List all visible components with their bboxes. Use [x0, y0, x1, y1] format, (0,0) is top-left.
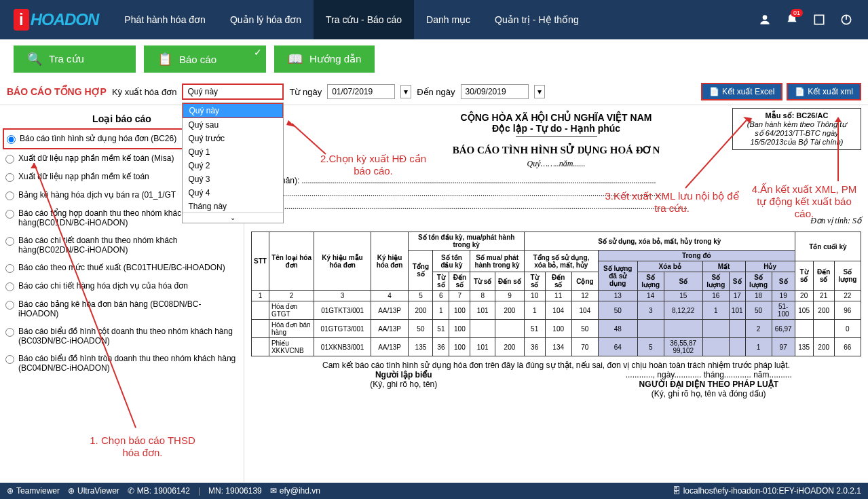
th-tc-den: Đến số [813, 261, 834, 291]
radio-bc08[interactable] [5, 301, 14, 310]
th-tsd-tu: Từ số [524, 272, 545, 291]
notification-badge: 01 [791, 9, 803, 17]
sub-toolbar: 🔍Tra cứu 📋Báo cáo 📖Hướng dẫn [0, 39, 868, 79]
dropdown-item-quy-nay[interactable]: Quý này [183, 103, 283, 118]
th-stt: STT [252, 232, 269, 291]
divider [516, 136, 597, 137]
settings-icon[interactable] [811, 12, 827, 28]
date-line: ............, ngày............ tháng....… [556, 370, 862, 380]
sidebar-item-bc03[interactable]: Báo cáo biểu đồ hình cột doanh thu theo … [3, 322, 241, 350]
th-tongso: Tổng số [409, 251, 433, 291]
colnum-row: 12345678910111213141516171819202122 [252, 291, 861, 301]
status-teamviewer[interactable]: ⊕Teamviewer [7, 486, 60, 496]
radio-bc02[interactable] [5, 237, 14, 246]
export-xml-label: Kết xuất xml [808, 87, 853, 96]
nav-danh-muc[interactable]: Danh mục [414, 0, 483, 39]
ky-label: Kỳ xuất hóa đơn [112, 87, 177, 97]
sidebar-item-label: Xuất dữ liệu nạp phần mềm kế toán [18, 172, 149, 181]
bell-icon[interactable]: 01 [784, 12, 800, 28]
doc-unit: Đơn vị tính: Số [251, 216, 861, 226]
radio-bangke[interactable] [5, 191, 14, 200]
sidebar-item-label: Bảng kê hàng hóa dịch vụ bán ra (01_1/GT [18, 190, 176, 200]
sidebar-item-label: Xuất dữ liệu nạp phần mềm kế toán (Misa) [18, 153, 174, 163]
nlb-sub: (Ký, ghi rõ họ, tên) [251, 380, 556, 389]
dropdown-item-quy-3[interactable]: Quý 3 [183, 172, 283, 186]
th-mp-tu: Từ số [470, 272, 495, 291]
th-m-so: Số [729, 272, 745, 291]
status-ultraviewer[interactable]: ⊕UltraViewer [68, 486, 119, 496]
th-tenloai: Tên loại hóa đơn [269, 232, 314, 291]
th-group2: Số sử dụng, xóa bỏ, mất, hủy trong kỳ [524, 232, 795, 251]
clipboard-icon: 📋 [157, 52, 172, 67]
radio-bc01[interactable] [5, 210, 14, 219]
xml-icon: 📄 [795, 87, 805, 96]
logo: i HOADON [14, 7, 98, 32]
tungay-label: Từ ngày [289, 87, 322, 97]
sidebar-item-chitiet[interactable]: Báo cáo chi tiết hàng hóa dịch vụ của hó… [3, 277, 241, 295]
form-sub1: (Ban hành kèm theo Thông tư [738, 120, 855, 129]
tracuu-button[interactable]: 🔍Tra cứu [14, 45, 136, 73]
export-excel-button[interactable]: 📄Kết xuất Excel [701, 83, 782, 100]
th-td-tu: Từ số [433, 272, 449, 291]
search-icon: 🔍 [27, 52, 42, 67]
nav-tra-cuu[interactable]: Tra cứu - Báo cáo [314, 0, 414, 39]
sidebar-item-thue[interactable]: Báo cáo theo mức thuế xuất (BC01THUE/BC-… [3, 259, 241, 277]
sidebar-item-bc04[interactable]: Báo cáo biểu đồ hình tròn doanh thu theo… [3, 350, 241, 377]
dropdown-item-quy-sau[interactable]: Quý sau [183, 118, 283, 132]
huongdan-label: Hướng dẫn [309, 53, 361, 65]
th-xb-so: Số [664, 272, 702, 291]
sidebar-item-bc02[interactable]: Báo cáo chi tiết doanh thu theo nhóm khá… [3, 232, 241, 259]
radio-ketoan[interactable] [5, 173, 14, 182]
dropdown-item-quy-1[interactable]: Quý 1 [183, 145, 283, 159]
radio-thue[interactable] [5, 264, 14, 273]
radio-bc03[interactable] [5, 328, 14, 337]
th-muaph: Số mua/ phát hành trong kỳ [470, 251, 524, 272]
denngay-input[interactable] [461, 84, 529, 99]
dropdown-expand-icon[interactable]: ⌄ [183, 212, 283, 223]
sidebar-item-label: Báo cáo bảng kê hóa đơn bán hàng (BC08DN… [18, 299, 238, 318]
form-number-box: Mẫu số: BC26/AC (Ban hành kèm theo Thông… [732, 108, 861, 150]
doc-f1: ức (cá nhân): ..........................… [251, 176, 861, 186]
denngay-calendar-icon[interactable]: ▾ [534, 85, 545, 98]
user-icon[interactable] [757, 12, 773, 28]
sidebar-item-bc08[interactable]: Báo cáo bảng kê hóa đơn bán hàng (BC08DN… [3, 295, 241, 322]
header-right: 01 [757, 12, 854, 28]
radio-chitiet[interactable] [5, 282, 14, 291]
nav-quan-ly[interactable]: Quản lý hóa đơn [218, 0, 314, 39]
huongdan-button[interactable]: 📖Hướng dẫn [274, 45, 375, 73]
dropdown-item-quy-truoc[interactable]: Quý trước [183, 132, 283, 145]
form-sub3: 15/5/2013của Bộ Tài chính) [738, 138, 855, 147]
status-bar: ⊕Teamviewer ⊕UltraViewer ✆MB: 19006142 |… [0, 483, 868, 499]
ky-select[interactable] [182, 84, 284, 100]
radio-bc04[interactable] [5, 355, 14, 364]
export-xml-button[interactable]: 📄Kết xuất xml [787, 83, 861, 100]
ndd: NGƯỜI ĐẠI DIỆN THEO PHÁP LUẬT [556, 380, 862, 389]
th-mp-den: Đến số [495, 272, 525, 291]
nav-quan-tri[interactable]: Quản trị - Hệ thống [483, 0, 591, 39]
radio-bc26[interactable] [7, 135, 16, 144]
tungay-calendar-icon[interactable]: ▾ [400, 85, 411, 98]
sidebar-item-label: Báo cáo tình hình sử dụng hóa đơn (BC26) [20, 134, 176, 143]
export-group: 📄Kết xuất Excel 📄Kết xuất xml [701, 83, 861, 100]
doc-f3: Địa chỉ: ...............................… [251, 202, 861, 212]
main-content: Loại báo cáo Báo cáo tình hình sử dụng h… [0, 105, 868, 482]
tungay-input[interactable] [327, 84, 395, 99]
baocao-button[interactable]: 📋Báo cáo [144, 45, 266, 73]
ky-dropdown: Quý này Quý sau Quý trước Quý 1 Quý 2 Qu… [182, 103, 284, 223]
th-cong: Cộng [571, 272, 598, 291]
radio-misa[interactable] [5, 155, 14, 164]
sidebar-item-label: Báo cáo biểu đồ hình cột doanh thu theo … [18, 327, 238, 346]
dropdown-item-thang-nay[interactable]: Tháng này [183, 200, 283, 212]
svg-point-0 [763, 15, 768, 20]
dropdown-item-quy-2[interactable]: Quý 2 [183, 159, 283, 172]
power-icon[interactable] [838, 12, 854, 28]
dropdown-item-quy-4[interactable]: Quý 4 [183, 186, 283, 200]
book-icon: 📖 [288, 52, 303, 67]
th-h-so: Số [772, 272, 795, 291]
nav-phat-hanh[interactable]: Phát hành hóa đơn [112, 0, 218, 39]
th-tc-tu: Từ số [795, 261, 813, 291]
th-tsd-den: Đến số [545, 272, 571, 291]
report-table: STT Tên loại hóa đơn Ký hiệu mẫu hóa đơn… [251, 232, 861, 356]
excel-icon: 📄 [709, 87, 719, 96]
teamviewer-icon: ⊕ [7, 486, 14, 496]
